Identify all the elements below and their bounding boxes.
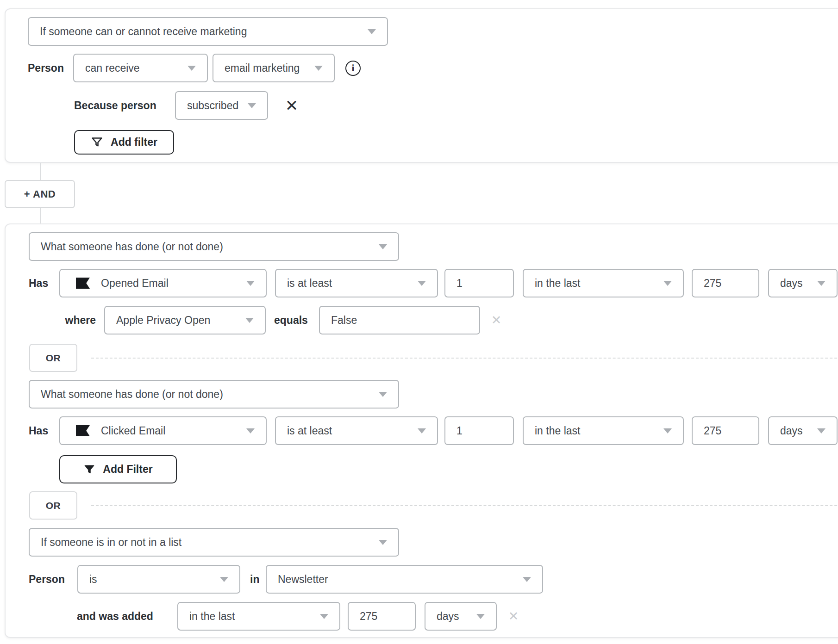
list-value: Newsletter xyxy=(278,573,328,586)
timeframe-value: in the last xyxy=(535,277,580,290)
klaviyo-flag-icon xyxy=(76,278,90,289)
time-value-input-wrap xyxy=(692,269,759,297)
add-filter-button[interactable]: Add Filter xyxy=(59,455,177,483)
subscribed-reason-value: subscribed xyxy=(187,99,238,112)
timeframe-value: in the last xyxy=(535,425,580,437)
condition-type-select-group3[interactable]: If someone is in or not in a list xyxy=(29,528,399,557)
chevron-down-icon xyxy=(379,392,387,397)
has-label: Has xyxy=(29,416,48,445)
timeframe-value: in the last xyxy=(189,610,235,623)
or-divider-line xyxy=(91,358,838,359)
person-label: Person xyxy=(29,565,65,594)
or-button-2[interactable]: OR xyxy=(29,491,77,520)
chevron-down-icon xyxy=(379,244,387,249)
property-value-input[interactable] xyxy=(331,314,468,327)
chevron-down-icon xyxy=(418,281,426,286)
condition-type-value: What someone has done (or not done) xyxy=(41,388,223,401)
time-unit-value: days xyxy=(437,610,459,623)
chevron-down-icon xyxy=(663,428,672,433)
added-timeframe-select[interactable]: in the last xyxy=(177,602,340,631)
metric-value: Opened Email xyxy=(101,277,169,290)
add-filter-label: Add filter xyxy=(111,136,157,149)
close-x-muted-icon[interactable]: ✕ xyxy=(504,602,523,631)
close-x-muted-icon[interactable]: ✕ xyxy=(487,306,506,334)
time-unit-select[interactable]: days xyxy=(768,416,838,445)
and-was-added-label: and was added xyxy=(77,602,153,631)
chevron-down-icon xyxy=(379,540,387,545)
chevron-down-icon xyxy=(476,614,485,619)
time-unit-value: days xyxy=(780,425,803,437)
operator-select[interactable]: is at least xyxy=(275,416,438,445)
time-value-input[interactable] xyxy=(360,610,404,623)
timeframe-select[interactable]: in the last xyxy=(523,269,684,297)
klaviyo-flag-icon xyxy=(76,425,90,436)
membership-operator-select[interactable]: is xyxy=(77,565,240,594)
condition-card-marketing-consent: If someone can or cannot receive marketi… xyxy=(5,8,838,163)
added-time-unit-select[interactable]: days xyxy=(425,602,497,631)
chevron-down-icon xyxy=(246,281,255,286)
count-input[interactable] xyxy=(457,277,502,290)
metric-select-opened-email[interactable]: Opened Email xyxy=(59,269,267,297)
has-label: Has xyxy=(29,269,48,297)
timeframe-select[interactable]: in the last xyxy=(523,416,684,445)
condition-type-value: If someone is in or not in a list xyxy=(41,536,181,549)
metric-value: Clicked Email xyxy=(101,425,165,437)
channel-value: email marketing xyxy=(225,62,300,74)
consent-operator-select[interactable]: can receive xyxy=(73,54,208,82)
time-unit-value: days xyxy=(780,277,803,290)
chevron-down-icon xyxy=(220,577,228,582)
chevron-down-icon xyxy=(245,318,254,323)
time-value-input-wrap xyxy=(692,416,759,445)
channel-select[interactable]: email marketing xyxy=(213,54,335,82)
time-value-input[interactable] xyxy=(704,277,747,290)
condition-card-engagement-group: What someone has done (or not done) Has … xyxy=(5,223,838,638)
person-label: Person xyxy=(28,54,64,82)
funnel-filled-icon xyxy=(83,464,95,476)
count-input-wrap xyxy=(444,269,514,297)
added-time-value-input-wrap xyxy=(348,602,416,631)
membership-operator-value: is xyxy=(89,573,97,586)
time-unit-select[interactable]: days xyxy=(768,269,838,297)
operator-value: is at least xyxy=(287,277,332,290)
property-select[interactable]: Apple Privacy Open xyxy=(104,306,266,334)
chevron-down-icon xyxy=(314,66,323,71)
chevron-down-icon xyxy=(248,103,256,108)
close-x-icon[interactable]: ✕ xyxy=(281,91,302,120)
condition-type-select-group1[interactable]: What someone has done (or not done) xyxy=(29,232,399,261)
add-filter-button[interactable]: Add filter xyxy=(74,130,174,155)
condition-type-value: If someone can or cannot receive marketi… xyxy=(40,25,247,38)
chevron-down-icon xyxy=(320,614,328,619)
count-input-wrap xyxy=(444,416,514,445)
operator-value: is at least xyxy=(287,425,332,437)
property-value: Apple Privacy Open xyxy=(116,314,210,327)
time-value-input[interactable] xyxy=(704,425,747,437)
funnel-outline-icon xyxy=(91,136,103,149)
and-button[interactable]: + AND xyxy=(5,180,75,208)
subscribed-reason-select[interactable]: subscribed xyxy=(175,91,268,120)
chevron-down-icon xyxy=(246,428,255,433)
chevron-down-icon xyxy=(817,428,825,433)
condition-type-value: What someone has done (or not done) xyxy=(41,241,223,253)
info-circle-icon[interactable]: i xyxy=(345,61,361,76)
or-divider-line xyxy=(91,505,838,506)
where-label: where xyxy=(52,306,96,334)
chevron-down-icon xyxy=(188,66,196,71)
chevron-down-icon xyxy=(418,428,426,433)
chevron-down-icon xyxy=(817,281,825,286)
or-button-1[interactable]: OR xyxy=(29,344,77,372)
chevron-down-icon xyxy=(523,577,531,582)
chevron-down-icon xyxy=(663,281,672,286)
add-filter-label: Add Filter xyxy=(103,463,152,476)
property-value-input-wrap xyxy=(319,306,480,334)
condition-type-select[interactable]: If someone can or cannot receive marketi… xyxy=(28,17,388,46)
list-select[interactable]: Newsletter xyxy=(266,565,543,594)
metric-select-clicked-email[interactable]: Clicked Email xyxy=(59,416,267,445)
in-label: in xyxy=(250,565,259,594)
condition-type-select-group2[interactable]: What someone has done (or not done) xyxy=(29,380,399,409)
consent-operator-value: can receive xyxy=(85,62,140,74)
because-person-label: Because person xyxy=(74,91,156,120)
operator-select[interactable]: is at least xyxy=(275,269,438,297)
count-input[interactable] xyxy=(457,425,502,437)
equals-label: equals xyxy=(274,306,308,334)
chevron-down-icon xyxy=(368,29,376,34)
